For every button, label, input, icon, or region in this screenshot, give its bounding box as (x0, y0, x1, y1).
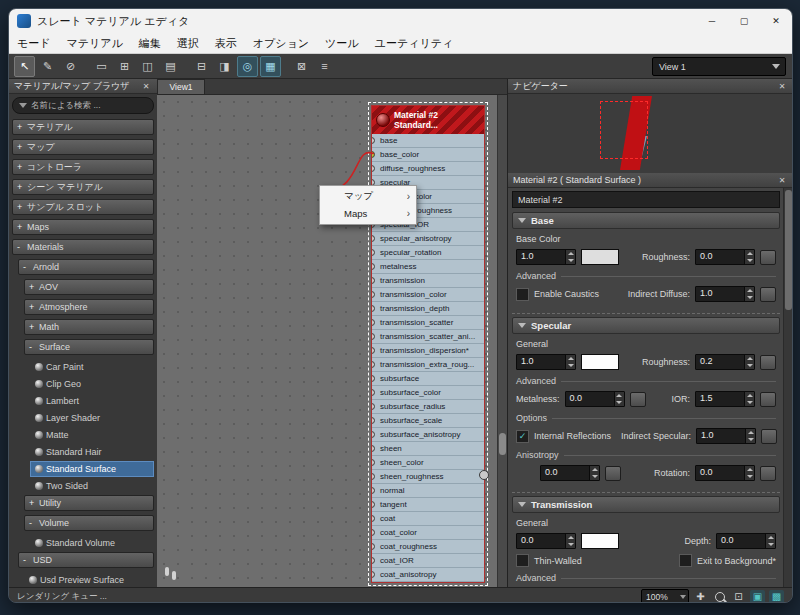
toolbar-button[interactable]: ⊘ (60, 56, 81, 77)
input-socket-icon[interactable] (372, 235, 375, 242)
map-button[interactable] (630, 392, 646, 407)
input-socket-icon[interactable] (372, 151, 375, 158)
input-socket-icon[interactable] (372, 445, 375, 452)
rotation-spinner[interactable]: 0.0 (695, 465, 755, 481)
input-socket-icon[interactable] (372, 263, 375, 270)
ior-spinner[interactable]: 1.5 (695, 391, 755, 407)
input-socket-icon[interactable] (372, 557, 375, 564)
input-socket-icon[interactable] (372, 389, 375, 396)
input-socket-icon[interactable] (372, 529, 375, 536)
transmission-color-swatch[interactable] (581, 533, 619, 549)
node-param-row[interactable]: normal (372, 484, 484, 498)
minimap-view-frame[interactable] (600, 101, 648, 159)
toolbar-button[interactable]: ◫ (137, 56, 158, 77)
toolbar-button[interactable]: ⊟ (191, 56, 212, 77)
menu-utilities[interactable]: ユーティリティ (367, 33, 462, 53)
node-param-row[interactable]: sheen (372, 442, 484, 456)
node-param-row[interactable]: transmission_scatter_ani... (372, 330, 484, 344)
toolbar-button[interactable]: ⊞ (114, 56, 135, 77)
spinner-arrows-icon[interactable] (745, 429, 755, 443)
input-socket-icon[interactable] (372, 361, 375, 368)
input-socket-icon[interactable] (372, 249, 375, 256)
section-header-specular[interactable]: Specular (512, 317, 780, 334)
input-socket-icon[interactable] (372, 459, 375, 466)
toolbar-button[interactable]: ◎ (237, 56, 258, 77)
toolbar-button[interactable]: ≡ (314, 56, 335, 77)
indirect-specular-spinner[interactable]: 1.0 (696, 428, 756, 444)
walkthrough-icon[interactable] (165, 567, 181, 581)
map-button[interactable] (605, 466, 621, 481)
node-param-row[interactable]: transmission_color (372, 288, 484, 302)
input-socket-icon[interactable] (372, 417, 375, 424)
toolbar-button[interactable]: ⊠ (291, 56, 312, 77)
node-param-row[interactable]: subsurface_scale (372, 414, 484, 428)
base-color-swatch[interactable] (581, 249, 619, 265)
node-param-row[interactable]: subsurface_color (372, 386, 484, 400)
node-param-row[interactable]: metalness (372, 260, 484, 274)
browser-material-standard-surface[interactable]: Standard Surface (30, 461, 154, 477)
browser-group-materials-en[interactable]: -Materials (12, 239, 154, 255)
browser-panel-header[interactable]: マテリアル/マップ ブラウザ ✕ (9, 79, 157, 94)
input-socket-icon[interactable] (372, 431, 375, 438)
browser-material-car-paint[interactable]: Car Paint (30, 359, 154, 375)
menu-tools[interactable]: ツール (317, 33, 367, 53)
specular-color-swatch[interactable] (581, 354, 619, 370)
close-button[interactable]: ✕ (760, 9, 792, 33)
spinner-arrows-icon[interactable] (744, 355, 754, 369)
spinner-arrows-icon[interactable] (765, 534, 775, 548)
base-roughness-spinner[interactable]: 0.0 (695, 249, 755, 265)
input-socket-icon[interactable] (372, 571, 375, 578)
node-canvas[interactable]: Material #2Standard... base (157, 95, 507, 587)
node-param-row[interactable]: specular_anisotropy (372, 232, 484, 246)
close-icon[interactable]: ✕ (776, 176, 788, 185)
parameter-panel-header[interactable]: Material #2 ( Standard Surface ) ✕ (508, 173, 793, 188)
context-menu-item-map-jp[interactable]: マップ › (320, 188, 416, 205)
internal-reflections-checkbox[interactable]: ✓ (516, 430, 529, 443)
material-name-field[interactable]: Material #2 (512, 191, 780, 208)
zoom-extents-icon[interactable]: ▣ (750, 590, 765, 604)
input-socket-icon[interactable] (372, 347, 375, 354)
spinner-arrows-icon[interactable] (565, 250, 575, 264)
node-param-row[interactable]: subsurface_anisotropy (372, 428, 484, 442)
browser-material-layer-shader[interactable]: Layer Shader (30, 410, 154, 426)
pan-tool-icon[interactable]: ✚ (693, 590, 708, 604)
node-param-row[interactable]: coat (372, 512, 484, 526)
node-param-row[interactable]: diffuse_roughness (372, 162, 484, 176)
map-button[interactable] (760, 355, 776, 370)
specular-weight-spinner[interactable]: 1.0 (516, 354, 576, 370)
browser-group-maps-jp[interactable]: +マップ (12, 139, 154, 155)
spinner-arrows-icon[interactable] (744, 392, 754, 406)
map-button[interactable] (760, 287, 776, 302)
menu-edit[interactable]: 編集 (131, 33, 169, 53)
browser-group-maps-en[interactable]: +Maps (12, 219, 154, 235)
depth-spinner[interactable]: 0.0 (716, 533, 776, 549)
toolbar-button[interactable]: ▤ (160, 56, 181, 77)
node-param-row[interactable]: base_color (372, 148, 484, 162)
node-param-row[interactable]: coat_anisotropy (372, 568, 484, 582)
input-socket-icon[interactable] (372, 319, 375, 326)
browser-group-scene-materials[interactable]: +シーン マテリアル (12, 179, 154, 195)
specular-roughness-spinner[interactable]: 0.2 (695, 354, 755, 370)
node-param-row[interactable]: subsurface_radius (372, 400, 484, 414)
close-icon[interactable]: ✕ (776, 82, 788, 91)
map-button[interactable] (760, 392, 776, 407)
browser-group-controllers[interactable]: +コントローラ (12, 159, 154, 175)
spinner-arrows-icon[interactable] (744, 466, 754, 480)
browser-group-volume[interactable]: -Volume (24, 515, 154, 531)
minimize-button[interactable]: ─ (696, 9, 728, 33)
menu-mode[interactable]: モード (9, 33, 59, 53)
zoom-extents-selected-icon[interactable]: ▩ (769, 590, 784, 604)
exit-to-background-checkbox[interactable] (679, 554, 692, 567)
menu-select[interactable]: 選択 (169, 33, 207, 53)
title-bar[interactable]: スレート マテリアル エディタ ─ ▢ ✕ (9, 9, 792, 33)
input-socket-icon[interactable] (372, 333, 375, 340)
tab-view1[interactable]: View1 (157, 79, 205, 94)
zoom-level-dropdown[interactable]: 100% (641, 589, 689, 603)
node-param-row[interactable]: sheen_roughness (372, 470, 484, 484)
input-socket-icon[interactable] (372, 165, 375, 172)
spinner-arrows-icon[interactable] (614, 392, 624, 406)
indirect-diffuse-spinner[interactable]: 1.0 (695, 286, 755, 302)
browser-material-lambert[interactable]: Lambert (30, 393, 154, 409)
navigator-minimap[interactable] (508, 94, 793, 173)
parameter-scrollbar[interactable] (783, 188, 793, 587)
